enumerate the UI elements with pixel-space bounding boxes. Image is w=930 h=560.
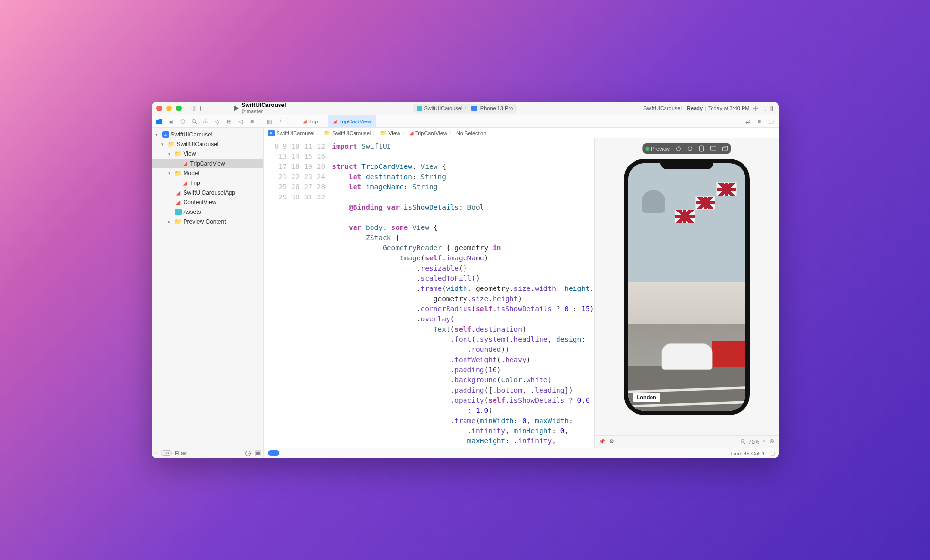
crumb[interactable]: View: [388, 130, 400, 136]
swift-icon: ◢: [182, 180, 188, 186]
jump-bar[interactable]: A SwiftUICarousel〉 📁 SwiftUICarousel〉 📁 …: [264, 128, 779, 138]
cursor-position-label: Line: 45 Col: 1: [731, 451, 765, 456]
swift-icon: ◢: [409, 130, 413, 136]
preview-inspect-icon[interactable]: [686, 145, 693, 152]
toggle-navigator-button[interactable]: [191, 103, 202, 114]
preview-label: Preview: [651, 146, 670, 151]
navigator-tabs: ▣ ⬡ ⚠ ◇ ⊞ ◁ ≡ ▦ 〈 〉 ◢ Trip ◢ TripCardVie…: [152, 115, 779, 128]
run-button[interactable]: [231, 103, 242, 114]
nav-label: Preview Content: [184, 218, 226, 225]
preview-duplicate-icon[interactable]: [721, 145, 728, 152]
tab-label: Trip: [309, 119, 318, 124]
nav-file-trip[interactable]: ◢ Trip: [152, 178, 264, 188]
preview-refresh-icon[interactable]: [675, 145, 682, 152]
nav-project-root[interactable]: ▾ A SwiftUICarousel: [152, 130, 264, 139]
code-content[interactable]: import SwiftUI struct TripCardView: View…: [330, 138, 594, 448]
minimize-window-button[interactable]: [166, 106, 172, 111]
svg-point-9: [688, 147, 692, 151]
folder-icon: 📁: [380, 130, 387, 136]
project-icon: A: [162, 131, 169, 138]
nav-group[interactable]: ▾ 📁 SwiftUICarousel: [152, 139, 264, 149]
source-control-navigator-icon[interactable]: ▣: [167, 118, 175, 125]
scheme-target-label: SwiftUICarousel: [424, 106, 463, 111]
filter-scope-icon[interactable]: ⊙▾: [161, 450, 172, 456]
crumb[interactable]: SwiftUICarousel: [277, 130, 315, 136]
test-navigator-icon[interactable]: ◇: [214, 118, 221, 125]
status-state-label: Ready: [687, 106, 703, 111]
add-file-button[interactable]: +: [155, 449, 158, 456]
issue-navigator-icon[interactable]: ⚠: [202, 118, 210, 125]
phone-notch: [660, 159, 713, 169]
toggle-inspector-icon[interactable]: ▢: [767, 118, 775, 125]
nav-file-assets[interactable]: Assets: [152, 207, 264, 217]
adjust-editor-icon[interactable]: ≡: [756, 118, 763, 125]
folder-icon: 📁: [324, 130, 330, 136]
scm-filter-icon[interactable]: ▣: [254, 448, 262, 457]
zoom-level-label[interactable]: 70%: [749, 439, 760, 445]
line-gutter: 8 9 10 11 12 13 14 15 16 17 18 19 20 21 …: [264, 138, 330, 448]
preview-bottom-bar: 📌 ⚙ 70% ▼: [595, 435, 779, 448]
forward-button[interactable]: 〉: [285, 118, 293, 125]
swift-icon: ◢: [182, 160, 188, 167]
swift-icon: ◢: [175, 189, 182, 196]
xcode-window: SwiftUICarousel master SwiftUICarousel 〉…: [152, 102, 779, 458]
tab-trip[interactable]: ◢ Trip: [298, 115, 324, 127]
nav-folder-preview-content[interactable]: ▸ 📁 Preview Content: [152, 217, 264, 227]
zoom-out-icon[interactable]: [740, 439, 746, 445]
recent-filter-icon[interactable]: ◷: [245, 448, 251, 457]
nav-label: View: [184, 151, 196, 157]
preview-image: London: [628, 163, 745, 411]
scheme-selector[interactable]: SwiftUICarousel 〉 iPhone 13 Pro: [413, 104, 517, 113]
project-navigator-icon[interactable]: [155, 118, 163, 125]
report-navigator-icon[interactable]: ≡: [248, 118, 256, 125]
zoom-window-button[interactable]: [176, 106, 182, 111]
nav-label: Trip: [190, 180, 200, 186]
library-button[interactable]: [763, 103, 774, 114]
svg-rect-10: [699, 146, 703, 151]
debug-bar-indicator[interactable]: [268, 450, 279, 456]
breakpoint-navigator-icon[interactable]: ◁: [237, 118, 245, 125]
toggle-debug-area-icon[interactable]: ▢: [770, 450, 775, 456]
close-window-button[interactable]: [156, 106, 162, 111]
nav-label: SwiftUICarousel: [171, 131, 213, 138]
code-editor[interactable]: 8 9 10 11 12 13 14 15 16 17 18 19 20 21 …: [264, 138, 595, 448]
nav-folder-view[interactable]: ▾ 📁 View: [152, 149, 264, 159]
symbol-navigator-icon[interactable]: ⬡: [179, 118, 186, 125]
add-button[interactable]: [750, 103, 760, 114]
activity-status: SwiftUICarousel: Ready | Today at 3:40 P…: [643, 106, 749, 111]
branch-icon: [242, 109, 246, 114]
related-items-icon[interactable]: ▦: [266, 118, 274, 125]
preview-display-icon[interactable]: [710, 145, 716, 152]
back-button[interactable]: 〈: [276, 118, 283, 125]
live-indicator-icon: [645, 147, 649, 151]
folder-icon: 📁: [168, 141, 175, 148]
swift-icon: ◢: [175, 199, 182, 206]
crumb[interactable]: No Selection: [456, 130, 486, 136]
code-review-icon[interactable]: ⇄: [744, 118, 752, 125]
nav-folder-model[interactable]: ▾ 📁 Model: [152, 168, 264, 178]
status-project-label: SwiftUICarousel: [643, 106, 682, 111]
preview-settings-icon[interactable]: ⚙: [609, 439, 614, 445]
nav-file-app[interactable]: ◢ SwiftUICarouselApp: [152, 188, 264, 197]
project-name-label: SwiftUICarousel: [242, 102, 286, 108]
destination-label: London: [633, 393, 660, 402]
editor-area: 8 9 10 11 12 13 14 15 16 17 18 19 20 21 …: [264, 138, 779, 448]
nav-label: TripCardView: [190, 160, 225, 167]
pin-preview-icon[interactable]: 📌: [599, 439, 605, 445]
nav-file-tripcardview[interactable]: ◢ TripCardView: [152, 159, 264, 168]
debug-navigator-icon[interactable]: ⊞: [225, 118, 233, 125]
find-navigator-icon[interactable]: [190, 118, 198, 125]
tab-tripcardview[interactable]: ◢ TripCardView: [328, 115, 376, 127]
crumb[interactable]: SwiftUICarousel: [332, 130, 371, 136]
traffic-lights: [156, 106, 182, 111]
nav-file-contentview[interactable]: ◢ ContentView: [152, 197, 264, 207]
nav-label: Assets: [184, 209, 201, 215]
filter-input[interactable]: [175, 450, 242, 456]
zoom-in-icon[interactable]: [769, 439, 775, 445]
crumb[interactable]: TripCardView: [415, 130, 447, 136]
preview-live-button[interactable]: Preview: [645, 146, 670, 151]
navigator-tree[interactable]: ▾ A SwiftUICarousel ▾ 📁 SwiftUICarousel …: [152, 128, 264, 447]
preview-device-icon[interactable]: [698, 145, 705, 152]
phone-canvas[interactable]: London: [595, 138, 779, 435]
navigator-filter-bar: + ⊙▾ ◷ ▣: [152, 447, 264, 458]
